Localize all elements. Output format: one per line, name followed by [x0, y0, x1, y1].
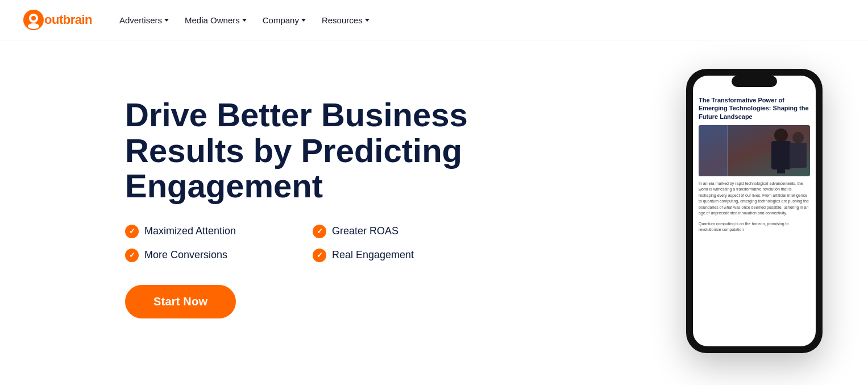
chevron-down-icon — [242, 19, 247, 22]
phone-article-image — [699, 125, 810, 176]
phone-article-title: The Transformative Power of Emerging Tec… — [699, 96, 810, 121]
start-now-button[interactable]: Start Now — [125, 285, 236, 318]
nav-links: Advertisers Media Owners Company Resourc… — [119, 15, 369, 25]
svg-point-2 — [31, 16, 36, 20]
chevron-down-icon — [365, 19, 369, 22]
phone-body-text-1: In an era marked by rapid technological … — [699, 181, 810, 217]
feature-maximized-attention: Maximized Attention — [125, 225, 290, 238]
svg-rect-9 — [777, 156, 785, 173]
feature-more-conversions: More Conversions — [125, 249, 290, 262]
nav-resources[interactable]: Resources — [322, 15, 369, 25]
main-content: Drive Better Business Results by Predict… — [0, 40, 868, 376]
features-grid: Maximized Attention Greater ROAS More Co… — [125, 225, 477, 262]
phone-screen: The Transformative Power of Emerging Tec… — [693, 76, 816, 346]
nav-company[interactable]: Company — [263, 15, 306, 25]
feature-greater-roas: Greater ROAS — [313, 225, 477, 238]
check-icon — [125, 249, 139, 262]
phone-notch — [732, 76, 777, 87]
svg-point-10 — [792, 132, 804, 143]
check-icon — [313, 225, 326, 238]
phone-body-text-2: Quantum computing is on the horizon, pro… — [699, 221, 810, 233]
hero-section: Drive Better Business Results by Predict… — [125, 74, 477, 318]
svg-point-3 — [28, 23, 39, 29]
feature-real-engagement: Real Engagement — [313, 249, 477, 262]
phone-mockup: The Transformative Power of Emerging Tec… — [686, 69, 823, 353]
svg-rect-6 — [727, 125, 728, 176]
nav-media-owners[interactable]: Media Owners — [185, 15, 247, 25]
check-icon — [125, 225, 139, 238]
logo-text: outbrain — [44, 13, 92, 27]
check-icon — [313, 249, 326, 262]
phone-article: The Transformative Power of Emerging Tec… — [693, 92, 816, 233]
svg-rect-11 — [790, 143, 807, 168]
logo[interactable]: outbrain — [23, 9, 92, 31]
navbar: outbrain Advertisers Media Owners Compan… — [0, 0, 868, 40]
svg-rect-5 — [699, 125, 727, 176]
nav-advertisers[interactable]: Advertisers — [119, 15, 169, 25]
hero-title: Drive Better Business Results by Predict… — [125, 97, 477, 204]
chevron-down-icon — [301, 19, 306, 22]
phone-frame: The Transformative Power of Emerging Tec… — [686, 69, 823, 353]
svg-point-7 — [774, 129, 788, 142]
chevron-down-icon — [164, 19, 169, 22]
